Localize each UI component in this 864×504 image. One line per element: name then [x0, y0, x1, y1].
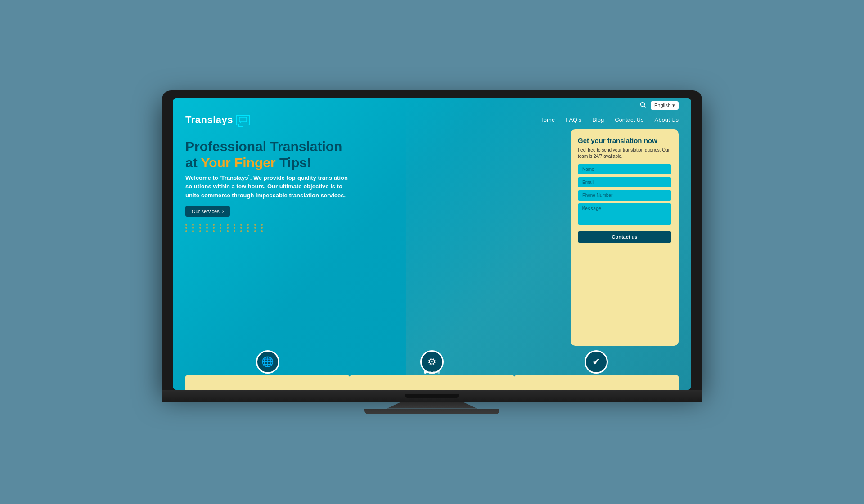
form-title: Get your translation now [578, 137, 671, 144]
icon-block-check: ✔ [514, 350, 679, 390]
top-bar: English ▾ [173, 98, 691, 112]
dot [220, 227, 221, 229]
dot [254, 230, 256, 232]
dot [213, 230, 215, 232]
language-label: English [654, 103, 670, 108]
dot [213, 224, 215, 226]
hero-title-accent: Your Finger [201, 155, 275, 170]
website-content: English ▾ Translays [173, 98, 691, 390]
dot [199, 230, 201, 232]
dot [240, 230, 242, 232]
icon-bar-2 [350, 375, 514, 390]
scroll-dot-4[interactable] [437, 371, 440, 374]
services-button-label: Our services [192, 209, 220, 214]
laptop-stand [162, 402, 702, 414]
laptop-base [162, 390, 702, 402]
phone-input[interactable] [578, 190, 671, 201]
hero-section: Professional Translation at Your Finger … [173, 129, 691, 350]
search-icon[interactable] [640, 102, 646, 109]
scroll-dot-2[interactable] [428, 371, 431, 374]
dot [234, 227, 235, 229]
nav-links: Home FAQ's Blog Contact Us About Us [539, 116, 679, 123]
dot [227, 230, 229, 232]
laptop-screen: English ▾ Translays [173, 98, 691, 390]
scroll-dot-1[interactable] [424, 371, 427, 374]
dot [227, 224, 229, 226]
dot [254, 224, 256, 226]
check-icon: ✔ [585, 350, 608, 374]
arrow-right-icon: › [222, 209, 224, 214]
stand-base [364, 409, 500, 414]
logo-text: Translays [185, 114, 233, 126]
dot [247, 227, 249, 229]
scroll-dots [424, 371, 440, 374]
stand-neck [387, 402, 477, 409]
svg-rect-2 [239, 117, 247, 122]
contact-form-card: Get your translation now Feel free to se… [571, 129, 679, 346]
nav-contact[interactable]: Contact Us [615, 116, 644, 123]
icon-block-gear: ⚙ [350, 350, 514, 390]
dot [192, 227, 194, 229]
icon-bar-3 [514, 375, 679, 390]
svg-line-1 [644, 106, 646, 107]
message-input[interactable] [578, 203, 671, 225]
logo[interactable]: Translays [185, 114, 250, 126]
dot [234, 224, 235, 226]
dot [220, 230, 221, 232]
dot [240, 227, 242, 229]
hero-title-line1: Professional Translation [185, 139, 342, 154]
dot [192, 224, 194, 226]
laptop-body: English ▾ Translays [162, 90, 702, 390]
dot [261, 227, 263, 229]
dots-decoration [185, 224, 266, 232]
icon-block-globe: 🌐 [185, 350, 350, 390]
website: English ▾ Translays [173, 98, 691, 390]
name-input[interactable] [578, 164, 671, 174]
dot [206, 224, 208, 226]
dot [213, 227, 215, 229]
dot [247, 224, 249, 226]
globe-icon: 🌐 [256, 350, 279, 374]
email-input[interactable] [578, 177, 671, 187]
dot [247, 230, 249, 232]
dot [261, 224, 263, 226]
hero-title-at: at [185, 155, 201, 170]
chevron-down-icon: ▾ [672, 103, 675, 108]
navbar: Translays Home FAQ's Blog [173, 112, 691, 129]
scroll-dot-3[interactable] [433, 371, 436, 374]
hero-left: Professional Translation at Your Finger … [185, 134, 562, 346]
nav-home[interactable]: Home [539, 116, 555, 123]
dot [254, 227, 256, 229]
services-button[interactable]: Our services › [185, 206, 230, 217]
laptop-container: English ▾ Translays [162, 90, 702, 414]
icon-bar-1 [185, 375, 350, 390]
gear-icon: ⚙ [420, 350, 444, 374]
submit-button[interactable]: Contact us [578, 231, 671, 243]
hero-title: Professional Translation at Your Finger … [185, 138, 562, 171]
dot [192, 230, 194, 232]
dot [185, 227, 187, 229]
dot [220, 224, 221, 226]
bottom-icons: 🌐 ⚙ ✔ [173, 350, 691, 390]
dot [234, 230, 235, 232]
dot [199, 224, 201, 226]
language-selector[interactable]: English ▾ [651, 101, 679, 110]
logo-icon [236, 115, 250, 125]
hero-title-tips: Tips! [276, 155, 311, 170]
dot [227, 227, 229, 229]
nav-blog[interactable]: Blog [592, 116, 604, 123]
nav-about[interactable]: About Us [655, 116, 679, 123]
dot [199, 227, 201, 229]
dot [206, 230, 208, 232]
dot [185, 230, 187, 232]
dot [240, 224, 242, 226]
hero-subtitle: Welcome to 'Translays`. We provide top-q… [185, 174, 356, 200]
nav-faqs[interactable]: FAQ's [566, 116, 581, 123]
form-description: Feel free to send your translation queri… [578, 147, 671, 160]
dot [185, 224, 187, 226]
dot [206, 227, 208, 229]
laptop-notch [405, 394, 459, 398]
dot [261, 230, 263, 232]
